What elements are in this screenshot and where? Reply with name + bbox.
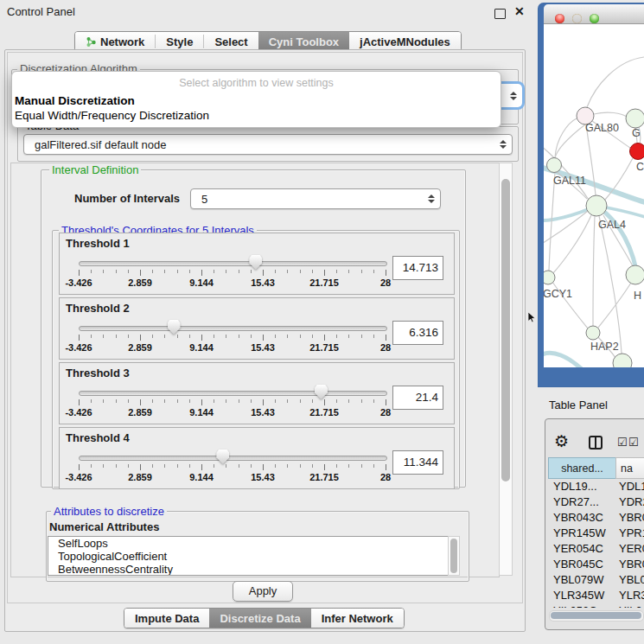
network-node-gal11[interactable] bbox=[547, 158, 562, 173]
interval-definition-title: Interval Definition bbox=[49, 164, 141, 175]
tab-jactivemnodules[interactable]: jActiveMNodules bbox=[349, 32, 461, 51]
table-scrollbar-thumb[interactable] bbox=[551, 612, 641, 619]
tick-mark bbox=[201, 399, 202, 405]
split-columns-icon[interactable] bbox=[588, 435, 603, 453]
number-of-intervals-combobox[interactable]: 5 bbox=[190, 188, 441, 209]
close-traffic-light-icon[interactable] bbox=[555, 14, 564, 23]
tab-select[interactable]: Select bbox=[204, 32, 258, 51]
zoom-traffic-light-icon[interactable] bbox=[590, 14, 599, 23]
slider-track[interactable] bbox=[79, 456, 387, 461]
gear-icon[interactable]: ⚙ bbox=[554, 431, 569, 450]
minimize-traffic-light-icon[interactable] bbox=[572, 14, 582, 23]
tab-impute-data[interactable]: Impute Data bbox=[124, 609, 209, 628]
network-node-c[interactable] bbox=[630, 143, 644, 160]
bottom-tab-bar: Impute DataDiscretize DataInfer Network bbox=[124, 608, 405, 628]
network-icon bbox=[86, 36, 97, 48]
table-row[interactable]: YDL19...YDL1 bbox=[548, 478, 644, 494]
cell-name: YDL1 bbox=[619, 480, 644, 493]
tick-mark bbox=[201, 335, 202, 341]
tick-mark bbox=[263, 399, 264, 405]
close-icon[interactable]: ✕ bbox=[514, 4, 525, 18]
threshold-value-field[interactable]: 11.344 bbox=[392, 450, 443, 475]
column-header-shared-name[interactable]: shared... bbox=[548, 457, 616, 479]
tick-label: 2.859 bbox=[128, 277, 152, 288]
attributes-scrollbar-thumb[interactable] bbox=[450, 539, 457, 573]
tick-mark bbox=[79, 399, 80, 405]
column-header-name[interactable]: na bbox=[615, 457, 644, 479]
table-row[interactable]: YPR145WYPR1 bbox=[548, 525, 644, 540]
table-data-combobox[interactable]: galFiltered.sif default node bbox=[23, 134, 513, 155]
slider-thumb[interactable] bbox=[315, 385, 328, 399]
tick-mark bbox=[386, 464, 386, 470]
node-label: H bbox=[634, 290, 641, 302]
table-row[interactable]: YLR345WYLR3 bbox=[548, 587, 644, 603]
tick-label: 15.43 bbox=[251, 472, 275, 482]
slider-minor-ticks bbox=[79, 399, 387, 403]
tab-discretize-data[interactable]: Discretize Data bbox=[209, 609, 310, 628]
tab-network[interactable]: Network bbox=[75, 32, 155, 51]
slider-thumb[interactable] bbox=[249, 255, 262, 270]
slider-thumb[interactable] bbox=[216, 450, 229, 464]
table-row[interactable]: YER054CYER0 bbox=[548, 540, 644, 556]
tab-style[interactable]: Style bbox=[156, 32, 203, 51]
checkbox-icon[interactable]: ☑ bbox=[628, 436, 639, 449]
attribute-item[interactable]: BetweennessCentrality bbox=[48, 563, 448, 576]
threshold-value-field[interactable]: 21.4 bbox=[392, 386, 443, 410]
threshold-value-field[interactable]: 14.713 bbox=[392, 256, 443, 280]
tick-mark bbox=[324, 464, 325, 470]
cell-name: YBL0 bbox=[619, 573, 644, 586]
checkbox-icon[interactable]: ☑ bbox=[617, 436, 628, 449]
slider-track[interactable] bbox=[79, 261, 387, 266]
numerical-attributes-list[interactable]: SelfLoopsTopologicalCoefficientBetweenne… bbox=[48, 536, 449, 576]
tick-mark bbox=[140, 464, 141, 470]
cell-shared-name: YDR27... bbox=[553, 495, 599, 508]
slider-minor-ticks bbox=[79, 335, 387, 338]
tick-mark bbox=[324, 335, 325, 341]
tick-label: 28 bbox=[380, 277, 391, 288]
cell-name: YBR0 bbox=[619, 511, 644, 524]
tab-cyni-toolbox[interactable]: Cyni Toolbox bbox=[258, 32, 349, 51]
network-view[interactable]: GAL80GCGAL11GAL4GCY1HHAP2 bbox=[544, 24, 644, 367]
slider-thumb[interactable] bbox=[168, 320, 181, 335]
attribute-item[interactable]: SelfLoops bbox=[48, 537, 448, 550]
table-row[interactable]: YIL052CYIL0 bbox=[548, 603, 644, 608]
attributes-scrollbar[interactable] bbox=[448, 536, 460, 576]
float-window-icon[interactable] bbox=[494, 9, 506, 19]
tick-label: 28 bbox=[380, 342, 391, 353]
slider-track[interactable] bbox=[79, 391, 387, 396]
threshold-label: Threshold 3 bbox=[66, 367, 130, 379]
tick-label: 21.715 bbox=[309, 407, 339, 418]
slider-track[interactable] bbox=[79, 326, 387, 331]
network-graph: GAL80GCGAL11GAL4GCY1HHAP2 bbox=[544, 24, 644, 367]
settings-scrollbar[interactable] bbox=[499, 163, 513, 576]
dropdown-option-manual-discretization[interactable]: Manual Discretization bbox=[15, 94, 135, 107]
table-row[interactable]: YBR045CYBR0 bbox=[548, 556, 644, 571]
tick-mark bbox=[79, 464, 80, 470]
threshold-value-field[interactable]: 6.316 bbox=[392, 321, 443, 345]
tab-infer-network[interactable]: Infer Network bbox=[311, 609, 404, 628]
network-node-gal4[interactable] bbox=[586, 195, 607, 216]
threshold-label: Threshold 2 bbox=[66, 302, 130, 315]
tick-mark bbox=[140, 270, 141, 276]
network-node[interactable] bbox=[613, 354, 632, 367]
mouse-cursor bbox=[528, 312, 537, 326]
settings-scrollbar-thumb[interactable] bbox=[501, 179, 510, 481]
network-node-g[interactable] bbox=[626, 109, 644, 128]
tab-label: Infer Network bbox=[322, 612, 393, 625]
tick-label: 15.43 bbox=[251, 407, 275, 418]
combo-arrows-icon bbox=[427, 194, 435, 203]
cell-name: YPR1 bbox=[619, 526, 644, 539]
table-row[interactable]: YDR27...YDR2 bbox=[548, 494, 644, 509]
attribute-item[interactable]: TopologicalCoefficient bbox=[48, 550, 448, 563]
tick-label: 28 bbox=[380, 407, 391, 418]
apply-button[interactable]: Apply bbox=[233, 581, 293, 602]
network-node-h[interactable] bbox=[626, 265, 644, 284]
tick-mark bbox=[386, 399, 386, 405]
network-node-hap2[interactable] bbox=[586, 326, 600, 340]
table-row[interactable]: YBL079WYBL0 bbox=[548, 571, 644, 587]
node-table[interactable]: YDL19...YDL1YDR27...YDR2YBR043CYBR0YPR14… bbox=[548, 478, 644, 608]
dropdown-option-equal-width-frequency[interactable]: Equal Width/Frequency Discretization bbox=[15, 109, 209, 122]
table-row[interactable]: YBR043CYBR0 bbox=[548, 509, 644, 525]
table-horizontal-scrollbar[interactable] bbox=[549, 610, 644, 622]
network-node-gcy1[interactable] bbox=[544, 271, 555, 284]
